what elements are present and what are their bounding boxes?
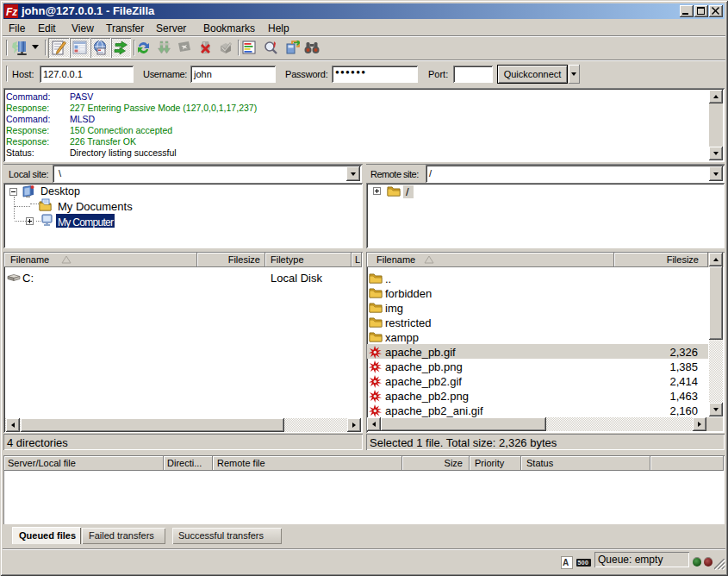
svg-text:Fz: Fz: [6, 6, 17, 18]
